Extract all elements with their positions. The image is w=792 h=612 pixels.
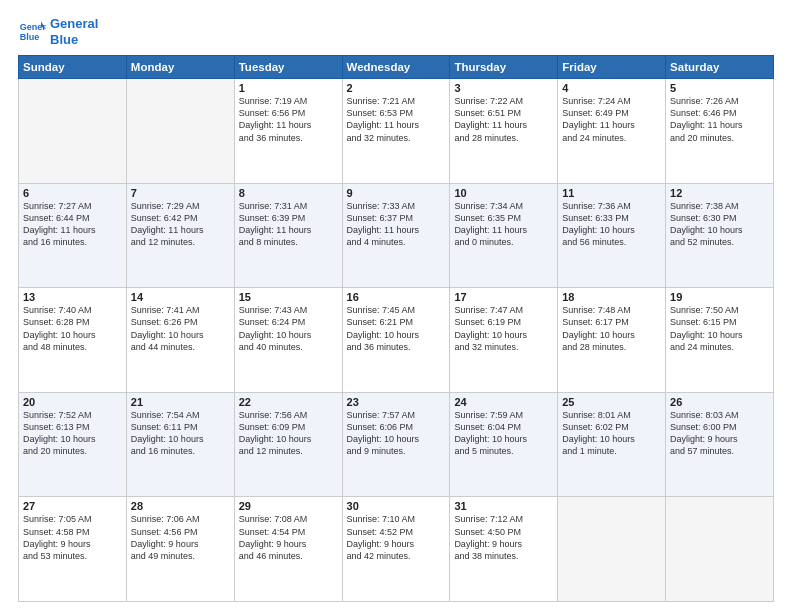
calendar-day-header: Tuesday (234, 56, 342, 79)
day-number: 6 (23, 187, 122, 199)
day-info: Sunrise: 7:26 AM Sunset: 6:46 PM Dayligh… (670, 95, 769, 144)
calendar-day-cell: 24Sunrise: 7:59 AM Sunset: 6:04 PM Dayli… (450, 392, 558, 497)
day-info: Sunrise: 7:57 AM Sunset: 6:06 PM Dayligh… (347, 409, 446, 458)
day-info: Sunrise: 7:22 AM Sunset: 6:51 PM Dayligh… (454, 95, 553, 144)
calendar-day-header: Friday (558, 56, 666, 79)
day-info: Sunrise: 7:27 AM Sunset: 6:44 PM Dayligh… (23, 200, 122, 249)
calendar-week-row: 6Sunrise: 7:27 AM Sunset: 6:44 PM Daylig… (19, 183, 774, 288)
day-number: 5 (670, 82, 769, 94)
calendar-day-header: Thursday (450, 56, 558, 79)
day-number: 7 (131, 187, 230, 199)
calendar-day-cell: 12Sunrise: 7:38 AM Sunset: 6:30 PM Dayli… (666, 183, 774, 288)
calendar-day-cell: 17Sunrise: 7:47 AM Sunset: 6:19 PM Dayli… (450, 288, 558, 393)
calendar-day-cell: 3Sunrise: 7:22 AM Sunset: 6:51 PM Daylig… (450, 79, 558, 184)
day-info: Sunrise: 7:59 AM Sunset: 6:04 PM Dayligh… (454, 409, 553, 458)
day-info: Sunrise: 7:45 AM Sunset: 6:21 PM Dayligh… (347, 304, 446, 353)
calendar-day-cell (666, 497, 774, 602)
day-info: Sunrise: 7:50 AM Sunset: 6:15 PM Dayligh… (670, 304, 769, 353)
day-info: Sunrise: 8:01 AM Sunset: 6:02 PM Dayligh… (562, 409, 661, 458)
calendar-day-cell: 21Sunrise: 7:54 AM Sunset: 6:11 PM Dayli… (126, 392, 234, 497)
day-info: Sunrise: 7:48 AM Sunset: 6:17 PM Dayligh… (562, 304, 661, 353)
day-number: 3 (454, 82, 553, 94)
calendar-day-cell: 16Sunrise: 7:45 AM Sunset: 6:21 PM Dayli… (342, 288, 450, 393)
day-number: 18 (562, 291, 661, 303)
day-info: Sunrise: 7:19 AM Sunset: 6:56 PM Dayligh… (239, 95, 338, 144)
calendar-day-cell: 22Sunrise: 7:56 AM Sunset: 6:09 PM Dayli… (234, 392, 342, 497)
calendar-day-cell: 6Sunrise: 7:27 AM Sunset: 6:44 PM Daylig… (19, 183, 127, 288)
day-number: 4 (562, 82, 661, 94)
logo: General Blue General Blue (18, 16, 98, 47)
day-number: 23 (347, 396, 446, 408)
calendar-day-cell: 1Sunrise: 7:19 AM Sunset: 6:56 PM Daylig… (234, 79, 342, 184)
calendar-day-cell: 23Sunrise: 7:57 AM Sunset: 6:06 PM Dayli… (342, 392, 450, 497)
day-number: 13 (23, 291, 122, 303)
calendar-day-cell: 4Sunrise: 7:24 AM Sunset: 6:49 PM Daylig… (558, 79, 666, 184)
day-number: 2 (347, 82, 446, 94)
day-number: 8 (239, 187, 338, 199)
calendar-week-row: 1Sunrise: 7:19 AM Sunset: 6:56 PM Daylig… (19, 79, 774, 184)
calendar-day-header: Monday (126, 56, 234, 79)
day-number: 1 (239, 82, 338, 94)
day-number: 10 (454, 187, 553, 199)
calendar-day-cell: 30Sunrise: 7:10 AM Sunset: 4:52 PM Dayli… (342, 497, 450, 602)
calendar-day-cell (19, 79, 127, 184)
day-number: 14 (131, 291, 230, 303)
calendar-day-cell: 25Sunrise: 8:01 AM Sunset: 6:02 PM Dayli… (558, 392, 666, 497)
day-info: Sunrise: 7:31 AM Sunset: 6:39 PM Dayligh… (239, 200, 338, 249)
day-number: 24 (454, 396, 553, 408)
calendar-day-cell: 20Sunrise: 7:52 AM Sunset: 6:13 PM Dayli… (19, 392, 127, 497)
day-number: 16 (347, 291, 446, 303)
day-info: Sunrise: 7:05 AM Sunset: 4:58 PM Dayligh… (23, 513, 122, 562)
calendar-day-cell: 2Sunrise: 7:21 AM Sunset: 6:53 PM Daylig… (342, 79, 450, 184)
calendar-day-cell: 28Sunrise: 7:06 AM Sunset: 4:56 PM Dayli… (126, 497, 234, 602)
calendar-day-cell: 31Sunrise: 7:12 AM Sunset: 4:50 PM Dayli… (450, 497, 558, 602)
calendar-day-cell (558, 497, 666, 602)
calendar-day-cell: 14Sunrise: 7:41 AM Sunset: 6:26 PM Dayli… (126, 288, 234, 393)
calendar-day-cell: 8Sunrise: 7:31 AM Sunset: 6:39 PM Daylig… (234, 183, 342, 288)
calendar-day-cell: 13Sunrise: 7:40 AM Sunset: 6:28 PM Dayli… (19, 288, 127, 393)
day-number: 12 (670, 187, 769, 199)
day-number: 21 (131, 396, 230, 408)
day-info: Sunrise: 7:40 AM Sunset: 6:28 PM Dayligh… (23, 304, 122, 353)
calendar-day-header: Wednesday (342, 56, 450, 79)
day-number: 9 (347, 187, 446, 199)
calendar-day-cell: 27Sunrise: 7:05 AM Sunset: 4:58 PM Dayli… (19, 497, 127, 602)
calendar-week-row: 27Sunrise: 7:05 AM Sunset: 4:58 PM Dayli… (19, 497, 774, 602)
calendar-day-cell: 9Sunrise: 7:33 AM Sunset: 6:37 PM Daylig… (342, 183, 450, 288)
day-info: Sunrise: 7:10 AM Sunset: 4:52 PM Dayligh… (347, 513, 446, 562)
day-info: Sunrise: 7:06 AM Sunset: 4:56 PM Dayligh… (131, 513, 230, 562)
day-number: 26 (670, 396, 769, 408)
day-info: Sunrise: 7:08 AM Sunset: 4:54 PM Dayligh… (239, 513, 338, 562)
logo-subtext: Blue (50, 32, 98, 48)
day-number: 27 (23, 500, 122, 512)
day-info: Sunrise: 8:03 AM Sunset: 6:00 PM Dayligh… (670, 409, 769, 458)
day-info: Sunrise: 7:24 AM Sunset: 6:49 PM Dayligh… (562, 95, 661, 144)
day-info: Sunrise: 7:29 AM Sunset: 6:42 PM Dayligh… (131, 200, 230, 249)
calendar-day-cell: 7Sunrise: 7:29 AM Sunset: 6:42 PM Daylig… (126, 183, 234, 288)
calendar-day-cell: 15Sunrise: 7:43 AM Sunset: 6:24 PM Dayli… (234, 288, 342, 393)
logo-icon: General Blue (18, 18, 46, 46)
calendar-day-cell: 5Sunrise: 7:26 AM Sunset: 6:46 PM Daylig… (666, 79, 774, 184)
day-info: Sunrise: 7:41 AM Sunset: 6:26 PM Dayligh… (131, 304, 230, 353)
day-number: 20 (23, 396, 122, 408)
svg-text:Blue: Blue (20, 32, 40, 42)
day-number: 30 (347, 500, 446, 512)
calendar-day-cell: 11Sunrise: 7:36 AM Sunset: 6:33 PM Dayli… (558, 183, 666, 288)
day-number: 15 (239, 291, 338, 303)
day-info: Sunrise: 7:54 AM Sunset: 6:11 PM Dayligh… (131, 409, 230, 458)
day-info: Sunrise: 7:56 AM Sunset: 6:09 PM Dayligh… (239, 409, 338, 458)
day-info: Sunrise: 7:34 AM Sunset: 6:35 PM Dayligh… (454, 200, 553, 249)
calendar-day-header: Sunday (19, 56, 127, 79)
header: General Blue General Blue (18, 16, 774, 47)
calendar-week-row: 13Sunrise: 7:40 AM Sunset: 6:28 PM Dayli… (19, 288, 774, 393)
day-info: Sunrise: 7:47 AM Sunset: 6:19 PM Dayligh… (454, 304, 553, 353)
calendar-day-cell: 29Sunrise: 7:08 AM Sunset: 4:54 PM Dayli… (234, 497, 342, 602)
calendar-day-cell: 10Sunrise: 7:34 AM Sunset: 6:35 PM Dayli… (450, 183, 558, 288)
calendar-day-header: Saturday (666, 56, 774, 79)
day-number: 11 (562, 187, 661, 199)
day-number: 19 (670, 291, 769, 303)
day-info: Sunrise: 7:33 AM Sunset: 6:37 PM Dayligh… (347, 200, 446, 249)
calendar-day-cell: 18Sunrise: 7:48 AM Sunset: 6:17 PM Dayli… (558, 288, 666, 393)
day-number: 22 (239, 396, 338, 408)
calendar-day-cell: 26Sunrise: 8:03 AM Sunset: 6:00 PM Dayli… (666, 392, 774, 497)
